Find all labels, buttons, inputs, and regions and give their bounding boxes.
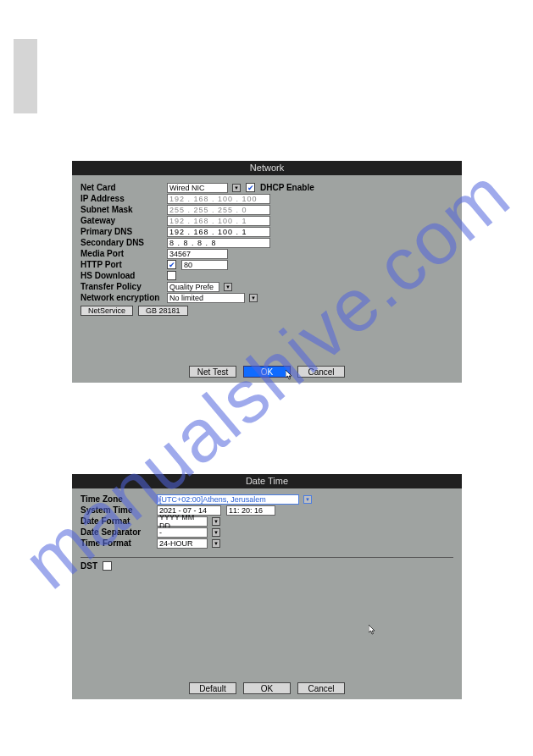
mport-label: Media Port bbox=[81, 249, 162, 258]
datetime-title: Date Time bbox=[72, 474, 462, 488]
network-title: Network bbox=[72, 161, 462, 175]
ip-input[interactable]: 192 . 168 . 100 . 100 bbox=[167, 194, 270, 204]
hport-label: HTTP Port bbox=[81, 260, 162, 269]
chevron-down-icon[interactable]: ▼ bbox=[249, 294, 258, 302]
cancel-button[interactable]: Cancel bbox=[297, 682, 345, 694]
date-format-select[interactable]: YYYY MM DD bbox=[157, 516, 208, 527]
sdns-label: Secondary DNS bbox=[81, 238, 162, 247]
chevron-down-icon[interactable]: ▼ bbox=[224, 283, 232, 291]
gateway-label: Gateway bbox=[81, 216, 162, 225]
gb28181-button[interactable]: GB 28181 bbox=[138, 306, 188, 316]
dformat-label: Date Format bbox=[81, 516, 152, 526]
http-port-checkbox[interactable]: ✔ bbox=[167, 260, 176, 269]
pdns-label: Primary DNS bbox=[81, 227, 162, 236]
time-format-select[interactable]: 24-HOUR bbox=[157, 538, 208, 549]
secondary-dns-input[interactable]: 8 . 8 . 8 . 8 bbox=[167, 238, 270, 248]
dhcp-checkbox[interactable]: ✔ bbox=[246, 183, 255, 192]
cancel-button[interactable]: Cancel bbox=[297, 366, 345, 378]
ok-button[interactable]: OK bbox=[243, 366, 291, 378]
tpolicy-label: Transfer Policy bbox=[81, 282, 162, 291]
date-separator-select[interactable]: - bbox=[157, 527, 208, 538]
netcard-label: Net Card bbox=[81, 183, 162, 192]
cursor-icon bbox=[369, 625, 377, 635]
primary-dns-input[interactable]: 192 . 168 . 100 . 1 bbox=[167, 227, 270, 237]
subnet-input[interactable]: 255 . 255 . 255 . 0 bbox=[167, 205, 270, 215]
systime-label: System Time bbox=[81, 505, 152, 515]
dsep-label: Date Separator bbox=[81, 527, 152, 537]
time-input[interactable]: 11: 20: 16 bbox=[226, 505, 275, 516]
default-button[interactable]: Default bbox=[189, 682, 236, 694]
subnet-label: Subnet Mask bbox=[81, 205, 162, 214]
tz-label: Time Zone bbox=[81, 494, 152, 504]
side-tab bbox=[14, 39, 37, 113]
nenc-label: Network encryption bbox=[81, 293, 162, 302]
gateway-input[interactable]: 192 . 168 . 100 . 1 bbox=[167, 216, 270, 226]
datetime-panel: Date Time Time Zone [UTC+02:00]Athens, J… bbox=[72, 474, 462, 699]
hs-download-checkbox[interactable] bbox=[167, 271, 176, 280]
transfer-policy-select[interactable]: Quality Prefe bbox=[167, 282, 219, 292]
hs-label: HS Download bbox=[81, 271, 162, 280]
chevron-down-icon[interactable]: ▼ bbox=[303, 495, 312, 504]
http-port-input[interactable]: 80 bbox=[181, 260, 228, 270]
nettest-button[interactable]: Net Test bbox=[189, 366, 236, 378]
dhcp-label: DHCP Enable bbox=[260, 183, 314, 192]
ip-label: IP Address bbox=[81, 194, 162, 203]
chevron-down-icon[interactable]: ▼ bbox=[212, 539, 220, 548]
tformat-label: Time Format bbox=[81, 538, 152, 548]
chevron-down-icon[interactable]: ▼ bbox=[212, 528, 220, 537]
media-port-input[interactable]: 34567 bbox=[167, 249, 228, 259]
ok-button[interactable]: OK bbox=[243, 682, 291, 694]
netcard-select[interactable]: Wired NIC bbox=[167, 183, 228, 193]
network-panel: Network Net Card Wired NIC▼ ✔ DHCP Enabl… bbox=[72, 161, 462, 383]
netservice-button[interactable]: NetService bbox=[81, 306, 133, 316]
dst-checkbox[interactable] bbox=[103, 561, 112, 571]
timezone-select[interactable]: [UTC+02:00]Athens, Jerusalem bbox=[157, 494, 299, 505]
network-encryption-select[interactable]: No limited bbox=[167, 293, 245, 303]
dst-label: DST bbox=[81, 561, 97, 571]
chevron-down-icon[interactable]: ▼ bbox=[232, 184, 241, 192]
chevron-down-icon[interactable]: ▼ bbox=[212, 517, 220, 526]
